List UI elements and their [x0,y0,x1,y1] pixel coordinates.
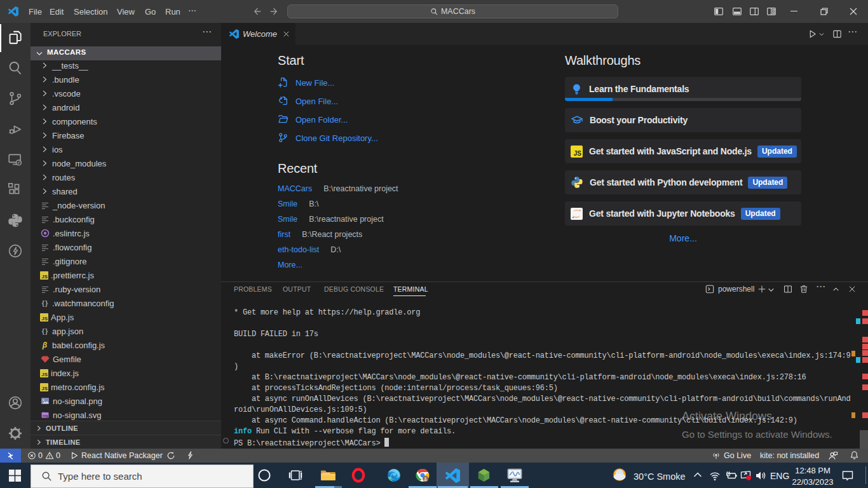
svg-text:svg: svg [43,414,48,417]
